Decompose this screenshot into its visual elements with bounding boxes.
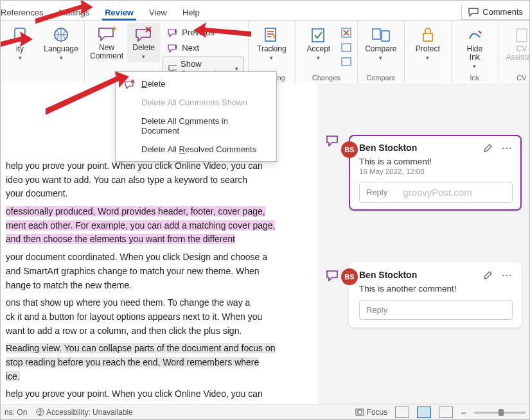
delete-comment-icon	[125, 80, 135, 89]
comment-author: Ben Stockton	[359, 143, 417, 153]
svg-rect-9	[382, 31, 389, 41]
chevron-down-icon: ▾	[426, 55, 429, 61]
group-cv: CV	[502, 73, 530, 82]
doc-text: ons that show up where you need them. To…	[6, 296, 313, 338]
doc-text: Reading view. You can collapse parts of …	[6, 342, 313, 383]
avatar: BS	[341, 141, 358, 158]
cv-assistant-button: CV Assistant	[502, 23, 530, 64]
comment-card[interactable]: BS Ben Stockton ··· This is another comm…	[349, 262, 522, 328]
tab-help[interactable]: Help	[175, 4, 208, 20]
zoom-minus[interactable]: −	[461, 407, 466, 418]
next-comment-button[interactable]: Next	[163, 41, 244, 55]
edit-icon[interactable]	[483, 270, 493, 280]
tracking-button[interactable]: Tracking▾	[252, 23, 291, 64]
comments-top-label: Comments	[482, 7, 523, 17]
chevron-down-icon: ▾	[317, 55, 320, 61]
group-changes: Changes	[299, 73, 353, 82]
svg-rect-0	[15, 28, 25, 41]
ink-icon	[466, 26, 484, 44]
delete-comment-icon	[134, 26, 154, 42]
web-layout-view[interactable]	[439, 407, 453, 418]
chevron-down-icon: ▾	[142, 53, 145, 60]
svg-text:✶: ✶	[111, 26, 116, 33]
status-bar: ns: On Accessibility: Unavailable Focus …	[1, 405, 529, 419]
reply-input[interactable]: Reply groovyPost.com	[359, 182, 513, 203]
previous-icon	[168, 28, 178, 37]
accept-icon	[309, 26, 328, 44]
tab-review[interactable]: Review	[97, 4, 141, 20]
lock-icon	[419, 26, 437, 44]
menu-delete-all-doc[interactable]: Delete All Comments in Document	[116, 112, 276, 140]
zoom-slider[interactable]	[474, 412, 526, 414]
cv-icon	[513, 26, 530, 44]
svg-rect-8	[373, 29, 380, 39]
language-button[interactable]: Language▾	[42, 23, 80, 64]
tab-bar: References Mailings Review View Help Com…	[1, 1, 529, 21]
svg-rect-6	[342, 44, 351, 51]
chevron-down-icon: ▾	[473, 63, 476, 69]
tracking-icon	[262, 26, 281, 44]
doc-text: your document coordinated. When you clic…	[6, 250, 313, 292]
comments-pane-toggle[interactable]: Comments	[461, 4, 529, 20]
comment-icon	[468, 8, 479, 17]
accessibility-status[interactable]: Accessibility: Unavailable	[36, 408, 132, 417]
group-ink: Ink	[455, 73, 494, 82]
more-icon[interactable]: ···	[502, 143, 513, 153]
next-change-icon[interactable]	[340, 57, 353, 67]
hide-ink-button[interactable]: Hide Ink▾	[455, 23, 494, 72]
print-layout-view[interactable]	[417, 407, 431, 418]
doc-text: help you prove your point. When you clic…	[6, 159, 313, 201]
svg-rect-21	[358, 410, 362, 414]
previous-comment-button[interactable]: Previous	[163, 26, 244, 39]
comment-body: This is another comment!	[359, 284, 513, 293]
tab-references[interactable]: References	[1, 4, 51, 20]
read-mode-view[interactable]	[395, 407, 409, 418]
accessibility-icon	[36, 408, 44, 416]
comments-panel: BS Ben Stockton ··· This is a comment! 1…	[346, 83, 529, 405]
group-compare: Compare	[362, 73, 400, 82]
menu-delete[interactable]: Delete	[116, 74, 276, 93]
watermark: groovyPost.com	[403, 187, 472, 198]
accept-button[interactable]: Accept▾	[299, 23, 338, 64]
delete-menu: Delete Delete All Comments Shown Delete …	[115, 71, 277, 162]
chevron-down-icon: ▾	[379, 55, 382, 61]
tab-mailings[interactable]: Mailings	[51, 4, 97, 20]
edit-icon[interactable]	[483, 143, 493, 153]
ity-button[interactable]: ity▾	[1, 23, 39, 64]
focus-icon	[355, 408, 364, 416]
menu-delete-resolved[interactable]: Delete All Resolved Comments	[116, 140, 276, 159]
reply-input[interactable]: Reply	[359, 300, 513, 320]
comment-date: 16 May 2022, 12:00	[359, 168, 513, 175]
doc-text: help you prove your point. When you clic…	[6, 387, 313, 401]
compare-icon	[371, 26, 391, 44]
svg-rect-10	[423, 33, 432, 41]
compare-button[interactable]: Compare▾	[362, 23, 400, 64]
comment-marker-icon[interactable]	[326, 270, 339, 281]
chevron-down-icon: ▾	[270, 55, 273, 61]
chevron-down-icon: ▾	[19, 55, 22, 61]
prev-change-icon[interactable]	[340, 42, 353, 53]
svg-rect-11	[517, 29, 527, 42]
chevron-down-icon: ▾	[60, 55, 63, 61]
svg-rect-4	[312, 29, 324, 42]
tab-view[interactable]: View	[141, 4, 175, 20]
avatar: BS	[341, 268, 358, 285]
comment-author: Ben Stockton	[359, 270, 417, 280]
comment-gutter	[318, 83, 346, 405]
next-icon	[168, 44, 178, 53]
protect-button[interactable]: Protect▾	[409, 23, 447, 64]
comment-marker-icon[interactable]	[326, 135, 339, 146]
status-left: ns: On	[4, 408, 27, 417]
comment-card[interactable]: BS Ben Stockton ··· This is a comment! 1…	[349, 135, 522, 211]
reject-icon[interactable]	[340, 27, 353, 39]
comment-body: This is a comment!	[359, 157, 513, 166]
focus-mode[interactable]: Focus	[355, 408, 387, 417]
more-icon[interactable]: ···	[502, 270, 513, 280]
svg-point-19	[40, 409, 41, 410]
menu-delete-shown: Delete All Comments Shown	[116, 93, 276, 112]
shield-icon	[11, 26, 29, 44]
delete-comment-button[interactable]: Delete▾	[127, 23, 160, 62]
svg-rect-7	[342, 58, 351, 66]
doc-text: ofessionally produced, Word provides hea…	[6, 205, 313, 247]
new-comment-button[interactable]: ✶ New Comment	[89, 23, 125, 63]
